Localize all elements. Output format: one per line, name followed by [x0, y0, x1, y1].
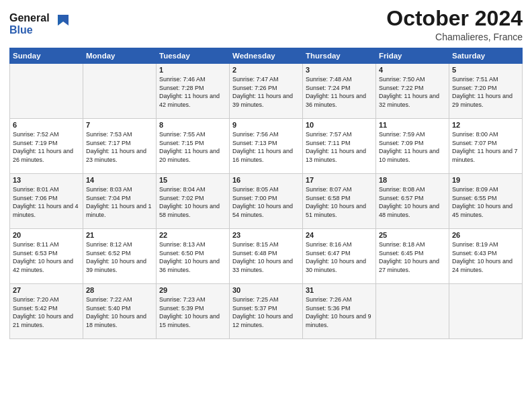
- day-info: Sunrise: 7:26 AMSunset: 5:36 PMDaylight:…: [306, 295, 373, 329]
- calendar-cell: 5Sunrise: 7:51 AMSunset: 7:20 PMDaylight…: [449, 64, 523, 119]
- col-header-wednesday: Wednesday: [230, 48, 303, 64]
- day-info: Sunrise: 8:09 AMSunset: 6:55 PMDaylight:…: [452, 185, 519, 219]
- day-number: 18: [379, 176, 446, 184]
- day-number: 12: [452, 121, 519, 129]
- day-number: 24: [306, 231, 373, 239]
- calendar-cell: 29Sunrise: 7:23 AMSunset: 5:39 PMDayligh…: [157, 284, 230, 339]
- day-number: 10: [306, 121, 373, 129]
- calendar-table: SundayMondayTuesdayWednesdayThursdayFrid…: [9, 48, 523, 339]
- calendar-cell: 13Sunrise: 8:01 AMSunset: 7:06 PMDayligh…: [10, 174, 83, 229]
- calendar-cell: 31Sunrise: 7:26 AMSunset: 5:36 PMDayligh…: [303, 284, 376, 339]
- calendar-cell: 2Sunrise: 7:47 AMSunset: 7:26 PMDaylight…: [230, 64, 303, 119]
- day-number: 3: [306, 66, 373, 74]
- day-number: 23: [232, 231, 300, 239]
- day-info: Sunrise: 8:16 AMSunset: 6:47 PMDaylight:…: [306, 240, 373, 274]
- day-info: Sunrise: 8:04 AMSunset: 7:02 PMDaylight:…: [159, 185, 226, 219]
- day-number: 28: [86, 286, 153, 294]
- day-info: Sunrise: 8:07 AMSunset: 6:58 PMDaylight:…: [306, 185, 373, 219]
- day-number: 19: [452, 176, 519, 184]
- calendar-cell: 19Sunrise: 8:09 AMSunset: 6:55 PMDayligh…: [449, 174, 523, 229]
- calendar-cell: 18Sunrise: 8:08 AMSunset: 6:57 PMDayligh…: [376, 174, 449, 229]
- day-number: 16: [232, 176, 300, 184]
- week-row-4: 20Sunrise: 8:11 AMSunset: 6:53 PMDayligh…: [10, 229, 523, 284]
- day-number: 29: [159, 286, 226, 294]
- week-row-1: 1Sunrise: 7:46 AMSunset: 7:28 PMDaylight…: [10, 64, 523, 119]
- day-info: Sunrise: 7:25 AMSunset: 5:37 PMDaylight:…: [232, 295, 300, 329]
- day-number: 11: [379, 121, 446, 129]
- svg-text:General: General: [9, 12, 50, 24]
- calendar-cell: 26Sunrise: 8:19 AMSunset: 6:43 PMDayligh…: [449, 229, 523, 284]
- day-number: 31: [306, 286, 373, 294]
- day-info: Sunrise: 7:50 AMSunset: 7:22 PMDaylight:…: [379, 75, 446, 109]
- calendar-cell: [83, 64, 157, 119]
- calendar-cell: 9Sunrise: 7:56 AMSunset: 7:13 PMDaylight…: [230, 119, 303, 174]
- day-info: Sunrise: 8:19 AMSunset: 6:43 PMDaylight:…: [452, 240, 519, 274]
- day-info: Sunrise: 8:00 AMSunset: 7:07 PMDaylight:…: [452, 130, 519, 164]
- day-number: 9: [232, 121, 300, 129]
- calendar-cell: [376, 284, 449, 339]
- calendar-cell: 22Sunrise: 8:13 AMSunset: 6:50 PMDayligh…: [157, 229, 230, 284]
- calendar-cell: 23Sunrise: 8:15 AMSunset: 6:48 PMDayligh…: [230, 229, 303, 284]
- day-number: 17: [306, 176, 373, 184]
- week-row-5: 27Sunrise: 7:20 AMSunset: 5:42 PMDayligh…: [10, 284, 523, 339]
- day-number: 26: [452, 231, 519, 239]
- col-header-friday: Friday: [376, 48, 449, 64]
- logo: General Blue: [9, 9, 70, 42]
- calendar-cell: 11Sunrise: 7:59 AMSunset: 7:09 PMDayligh…: [376, 119, 449, 174]
- page: General Blue October 2024 Chamalieres, F…: [0, 0, 532, 411]
- day-info: Sunrise: 7:46 AMSunset: 7:28 PMDaylight:…: [159, 75, 226, 109]
- day-number: 22: [159, 231, 226, 239]
- header-row: SundayMondayTuesdayWednesdayThursdayFrid…: [10, 48, 523, 64]
- title-block: October 2024 Chamalieres, France: [386, 7, 523, 42]
- week-row-2: 6Sunrise: 7:52 AMSunset: 7:19 PMDaylight…: [10, 119, 523, 174]
- month-year: October 2024: [386, 7, 523, 30]
- day-info: Sunrise: 8:03 AMSunset: 7:04 PMDaylight:…: [86, 185, 153, 219]
- svg-text:Blue: Blue: [9, 24, 33, 36]
- day-number: 1: [159, 66, 226, 74]
- day-info: Sunrise: 7:47 AMSunset: 7:26 PMDaylight:…: [232, 75, 300, 109]
- calendar-cell: 28Sunrise: 7:22 AMSunset: 5:40 PMDayligh…: [83, 284, 157, 339]
- calendar-cell: 10Sunrise: 7:57 AMSunset: 7:11 PMDayligh…: [303, 119, 376, 174]
- day-info: Sunrise: 8:13 AMSunset: 6:50 PMDaylight:…: [159, 240, 226, 274]
- day-number: 13: [13, 176, 80, 184]
- calendar-cell: 6Sunrise: 7:52 AMSunset: 7:19 PMDaylight…: [10, 119, 83, 174]
- day-info: Sunrise: 8:15 AMSunset: 6:48 PMDaylight:…: [232, 240, 300, 274]
- calendar-cell: 12Sunrise: 8:00 AMSunset: 7:07 PMDayligh…: [449, 119, 523, 174]
- col-header-tuesday: Tuesday: [157, 48, 230, 64]
- day-info: Sunrise: 7:56 AMSunset: 7:13 PMDaylight:…: [232, 130, 300, 164]
- calendar-cell: 30Sunrise: 7:25 AMSunset: 5:37 PMDayligh…: [230, 284, 303, 339]
- calendar-cell: 4Sunrise: 7:50 AMSunset: 7:22 PMDaylight…: [376, 64, 449, 119]
- day-info: Sunrise: 7:53 AMSunset: 7:17 PMDaylight:…: [86, 130, 153, 164]
- location: Chamalieres, France: [386, 32, 523, 42]
- calendar-cell: [10, 64, 83, 119]
- day-info: Sunrise: 8:05 AMSunset: 7:00 PMDaylight:…: [232, 185, 300, 219]
- day-info: Sunrise: 7:51 AMSunset: 7:20 PMDaylight:…: [452, 75, 519, 109]
- day-number: 15: [159, 176, 226, 184]
- day-number: 4: [379, 66, 446, 74]
- day-number: 2: [232, 66, 300, 74]
- day-number: 27: [13, 286, 80, 294]
- header: General Blue October 2024 Chamalieres, F…: [9, 7, 523, 42]
- day-number: 5: [452, 66, 519, 74]
- day-info: Sunrise: 8:12 AMSunset: 6:52 PMDaylight:…: [86, 240, 153, 274]
- col-header-sunday: Sunday: [10, 48, 83, 64]
- calendar-cell: 14Sunrise: 8:03 AMSunset: 7:04 PMDayligh…: [83, 174, 157, 229]
- calendar-cell: 16Sunrise: 8:05 AMSunset: 7:00 PMDayligh…: [230, 174, 303, 229]
- calendar-cell: 1Sunrise: 7:46 AMSunset: 7:28 PMDaylight…: [157, 64, 230, 119]
- day-number: 30: [232, 286, 300, 294]
- calendar-cell: 7Sunrise: 7:53 AMSunset: 7:17 PMDaylight…: [83, 119, 157, 174]
- day-info: Sunrise: 7:57 AMSunset: 7:11 PMDaylight:…: [306, 130, 373, 164]
- day-info: Sunrise: 8:01 AMSunset: 7:06 PMDaylight:…: [13, 185, 80, 219]
- day-info: Sunrise: 7:55 AMSunset: 7:15 PMDaylight:…: [159, 130, 226, 164]
- day-number: 7: [86, 121, 153, 129]
- day-info: Sunrise: 8:11 AMSunset: 6:53 PMDaylight:…: [13, 240, 80, 274]
- col-header-saturday: Saturday: [449, 48, 523, 64]
- calendar-cell: 17Sunrise: 8:07 AMSunset: 6:58 PMDayligh…: [303, 174, 376, 229]
- calendar-cell: 8Sunrise: 7:55 AMSunset: 7:15 PMDaylight…: [157, 119, 230, 174]
- day-info: Sunrise: 7:52 AMSunset: 7:19 PMDaylight:…: [13, 130, 80, 164]
- calendar-cell: 24Sunrise: 8:16 AMSunset: 6:47 PMDayligh…: [303, 229, 376, 284]
- calendar-cell: [449, 284, 523, 339]
- col-header-monday: Monday: [83, 48, 157, 64]
- day-info: Sunrise: 7:48 AMSunset: 7:24 PMDaylight:…: [306, 75, 373, 109]
- day-number: 6: [13, 121, 80, 129]
